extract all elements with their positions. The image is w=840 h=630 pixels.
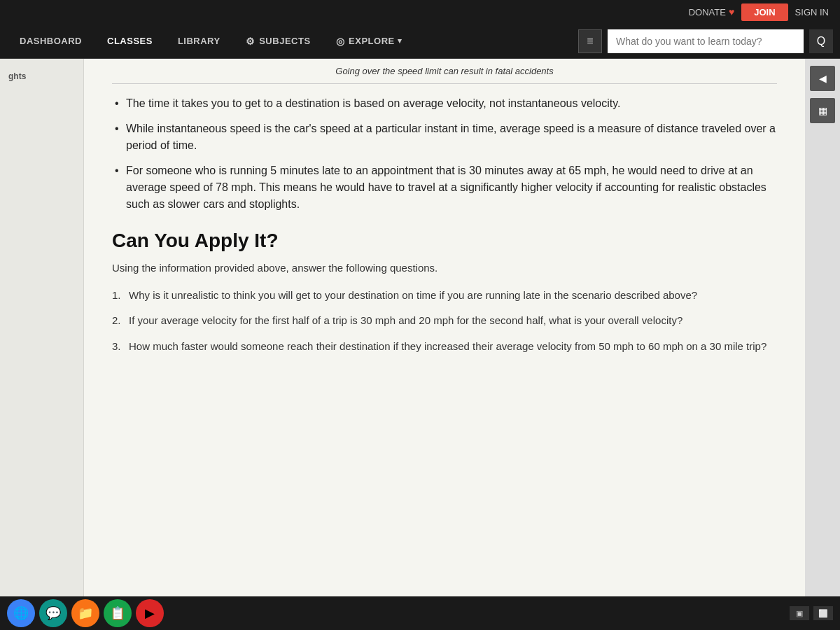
question-2: 2. If your average velocity for the firs… [112, 313, 777, 329]
left-sidebar: ghts [0, 59, 84, 630]
bullet-list: The time it takes you to get to a destin… [112, 95, 777, 213]
sidebar-label: ghts [0, 66, 83, 87]
panel-back-button[interactable]: ◀ [810, 66, 835, 91]
taskbar: 🌐 💬 📁 📋 ▶ ▣ ⬜ [0, 596, 840, 630]
explore-icon: ◎ [336, 36, 345, 47]
bullet-item-1: The time it takes you to get to a destin… [112, 95, 777, 112]
nav-bar: DASHBOARD CLASSES LIBRARY ⚙ SUBJECTS ◎ E… [0, 24, 840, 59]
panel-grid-button[interactable]: ▦ [810, 98, 835, 123]
search-area: ≡ Q [578, 29, 833, 53]
apply-section-title: Can You Apply It? [112, 230, 777, 252]
sign-in-button[interactable]: SIGN IN [795, 7, 829, 18]
dashboard-label: DASHBOARD [20, 36, 82, 46]
subjects-icon: ⚙ [246, 36, 255, 47]
back-icon: ◀ [819, 73, 827, 84]
question-2-text: If your average velocity for the first h… [129, 314, 682, 326]
questions-list: 1. Why is it unrealistic to think you wi… [112, 288, 777, 355]
nav-item-subjects[interactable]: ⚙ SUBJECTS [233, 24, 323, 59]
search-icon: Q [817, 35, 825, 48]
taskbar-media-icon[interactable]: ▶ [136, 599, 164, 627]
nav-item-dashboard[interactable]: DASHBOARD [7, 24, 94, 59]
question-3-num: 3. [112, 339, 121, 355]
library-label: LIBRARY [178, 36, 220, 46]
nav-item-classes[interactable]: CLASSES [94, 24, 165, 59]
nav-item-library[interactable]: LIBRARY [165, 24, 233, 59]
taskbar-sys-icon-1[interactable]: ▣ [790, 606, 809, 620]
explore-label: EXPLORE [349, 36, 395, 46]
taskbar-files-icon[interactable]: 📁 [71, 599, 99, 627]
filter-button[interactable]: ≡ [578, 29, 602, 53]
subjects-label: SUBJECTS [259, 36, 310, 46]
explore-dropdown-icon: ▾ [398, 36, 402, 46]
question-1: 1. Why is it unrealistic to think you wi… [112, 288, 777, 304]
classes-label: CLASSES [107, 36, 153, 46]
question-3-text: How much faster would someone reach thei… [129, 340, 766, 352]
taskbar-chat-icon[interactable]: 💬 [39, 599, 67, 627]
top-bar: DONATE ♥ JOIN SIGN IN [0, 0, 840, 24]
taskbar-browser-icon[interactable]: 🌐 [7, 599, 35, 627]
nav-item-explore[interactable]: ◎ EXPLORE ▾ [323, 24, 415, 59]
bullet-item-3: For someone who is running 5 minutes lat… [112, 162, 777, 213]
taskbar-sys-icon-2[interactable]: ⬜ [813, 606, 833, 620]
bullet-item-2: While instantaneous speed is the car's s… [112, 120, 777, 154]
question-1-num: 1. [112, 288, 121, 304]
heart-icon: ♥ [729, 6, 734, 18]
taskbar-docs-icon[interactable]: 📋 [104, 599, 132, 627]
join-button[interactable]: JOIN [741, 4, 788, 21]
content-wrapper: ghts Going over the speed limit can resu… [0, 59, 840, 630]
search-button[interactable]: Q [809, 29, 833, 53]
donate-button[interactable]: DONATE ♥ [689, 6, 735, 18]
right-panel: ◀ ▦ [805, 59, 840, 630]
question-1-text: Why is it unrealistic to think you will … [129, 289, 697, 301]
apply-intro: Using the information provided above, an… [112, 260, 777, 276]
search-input[interactable] [608, 29, 804, 53]
grid-icon: ▦ [818, 105, 827, 116]
filter-icon: ≡ [587, 35, 593, 48]
donate-label: DONATE [689, 7, 726, 18]
speed-limit-notice: Going over the speed limit can result in… [112, 59, 777, 84]
main-content: Going over the speed limit can result in… [84, 59, 805, 630]
taskbar-right: ▣ ⬜ [790, 606, 833, 620]
question-2-num: 2. [112, 313, 121, 329]
question-3: 3. How much faster would someone reach t… [112, 339, 777, 355]
